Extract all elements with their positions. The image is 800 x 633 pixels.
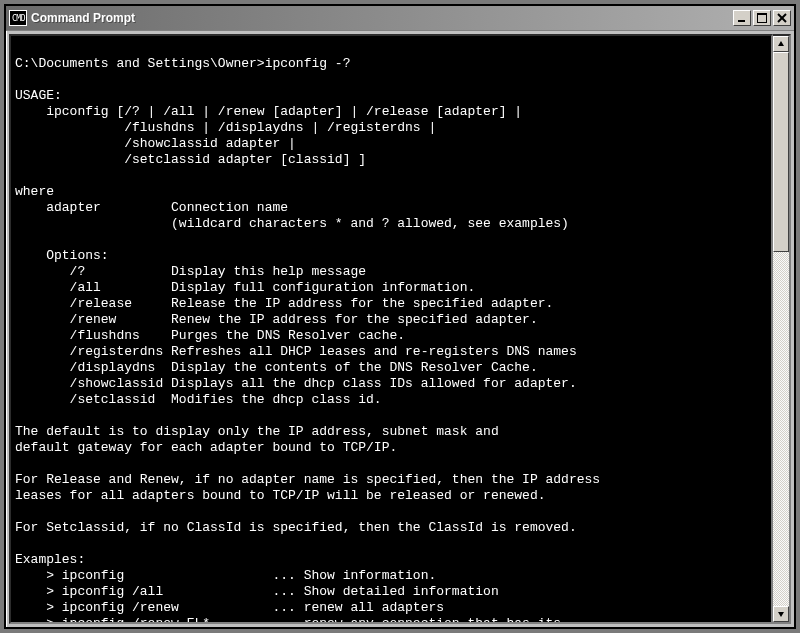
minimize-button[interactable] <box>733 10 751 26</box>
close-button[interactable] <box>773 10 791 26</box>
scroll-track[interactable] <box>773 52 789 606</box>
vertical-scrollbar[interactable] <box>773 34 791 624</box>
svg-rect-2 <box>757 13 767 15</box>
console-output[interactable]: C:\Documents and Settings\Owner>ipconfig… <box>9 34 773 624</box>
cmd-icon: CMD <box>9 10 27 26</box>
svg-rect-0 <box>738 20 745 22</box>
svg-marker-6 <box>778 612 784 617</box>
titlebar[interactable]: CMD Command Prompt <box>6 6 794 30</box>
scroll-up-button[interactable] <box>773 36 789 52</box>
maximize-button[interactable] <box>753 10 771 26</box>
scroll-thumb[interactable] <box>773 52 789 252</box>
scroll-down-button[interactable] <box>773 606 789 622</box>
window-title: Command Prompt <box>31 11 729 25</box>
svg-marker-5 <box>778 41 784 46</box>
command-prompt-window: CMD Command Prompt C:\Documents and Sett… <box>4 4 796 629</box>
